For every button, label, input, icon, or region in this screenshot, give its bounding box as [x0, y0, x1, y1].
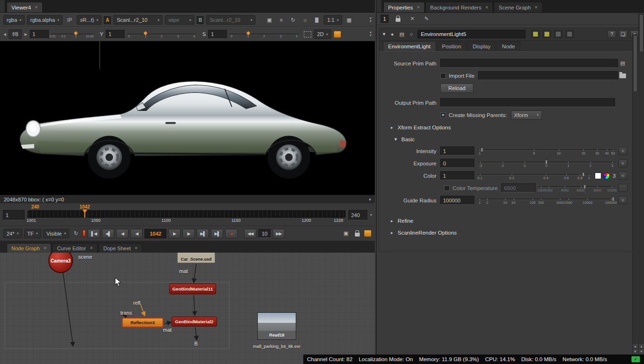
frame-range-end-input[interactable]: 240	[348, 210, 367, 220]
color-input[interactable]: 1	[440, 171, 474, 180]
color-wheel-icon[interactable]	[603, 173, 610, 179]
color-slider[interactable]: 0.10.20.40.60.81	[478, 171, 591, 181]
slider-handle[interactable]	[612, 197, 614, 201]
exposure-slider[interactable]: -3-2-10123	[478, 158, 615, 169]
visible-dropdown[interactable]: Visible ▾	[43, 229, 69, 238]
animation-curve-icon[interactable]: ≈	[618, 159, 627, 167]
group-scanline-options[interactable]: ▸ ScanlineRender Options	[387, 227, 627, 238]
tab-dope-sheet[interactable]: Dope Sheet ×	[99, 243, 143, 253]
frame-decrement-button[interactable]: ◀◀	[244, 229, 256, 238]
animation-curve-icon[interactable]: ≈	[618, 172, 627, 180]
float-panel-button[interactable]: ❏	[619, 30, 627, 38]
help-button[interactable]: ?	[608, 30, 616, 38]
grid-icon[interactable]: ▦	[345, 15, 354, 25]
group-basic[interactable]: ▼ Basic	[387, 133, 627, 145]
output-prim-path-input[interactable]	[440, 98, 615, 107]
source-prim-path-input[interactable]	[440, 59, 618, 68]
roi-icon[interactable]	[334, 31, 341, 38]
node-geobindmaterial11[interactable]: GeoBindMaterial11	[169, 283, 216, 294]
fps-dropdown[interactable]: 24* ▾	[3, 229, 22, 238]
presets-icon[interactable]	[565, 30, 574, 38]
tab-viewer4[interactable]: Viewer4 ×	[7, 2, 43, 12]
create-missing-parents-checkbox[interactable]: ✕	[440, 112, 446, 118]
clear-panels-icon[interactable]: ✕	[408, 14, 417, 24]
intensity-input[interactable]: 1	[440, 146, 474, 155]
close-icon[interactable]: ×	[135, 246, 137, 251]
import-sheet-icon[interactable]: ▤	[618, 59, 627, 68]
guide-radius-input[interactable]: 100000	[440, 196, 474, 205]
expand-triangle-icon[interactable]: ▸	[390, 218, 394, 223]
tab-position[interactable]: Position	[437, 41, 467, 51]
current-frame-field[interactable]: 1042	[145, 229, 166, 238]
group-refine[interactable]: ▸ Refine	[387, 215, 627, 227]
edit-pencil-icon[interactable]: ✎	[422, 14, 431, 24]
frame-range-start-input[interactable]: 1	[3, 210, 25, 220]
animation-curve-icon[interactable]: ≈	[618, 196, 627, 204]
render-export-icon[interactable]	[364, 230, 372, 237]
collapse-triangle-icon[interactable]: ▼	[393, 137, 398, 142]
color-swatch[interactable]	[595, 173, 601, 179]
flipbook-icon[interactable]: ▣	[341, 229, 351, 238]
node-read18[interactable]: Read18	[257, 312, 296, 340]
marquee-icon[interactable]	[304, 31, 311, 37]
scroll-up-icon[interactable]: ▲	[633, 343, 638, 348]
saturation-input[interactable]: 1	[208, 30, 227, 39]
max-panels-input[interactable]: 1	[381, 15, 389, 23]
step-back-button[interactable]: ◀	[116, 229, 128, 238]
node-geobindmaterial2[interactable]: GeoBindMaterial2	[172, 317, 217, 327]
viewer-lut-dropdown[interactable]: sR...t) ▾	[77, 15, 101, 25]
folder-icon[interactable]	[618, 71, 627, 81]
node-color-swatch-icon[interactable]: ●	[389, 29, 396, 39]
guide-radius-slider[interactable]: 1210201002001000200010000100000	[478, 195, 615, 206]
next-keyframe-button[interactable]: ▶▌	[197, 229, 209, 238]
frame-increment-button[interactable]: ▶▶	[272, 229, 285, 238]
scroll-down-icon[interactable]: ▼	[639, 348, 644, 354]
frame-step-input[interactable]: 10	[258, 229, 271, 238]
node-car-scene-usd[interactable]: Car_Scene.usd	[177, 253, 215, 263]
revert-icon[interactable]	[554, 30, 562, 38]
slider-handle[interactable]	[545, 160, 548, 164]
playhead-marker[interactable]	[82, 209, 87, 213]
close-icon[interactable]: ×	[417, 5, 419, 10]
input-process-toggle[interactable]: IP	[65, 15, 74, 25]
lock-panels-icon[interactable]	[393, 14, 403, 24]
tab-node[interactable]: Node	[497, 41, 520, 51]
node-graph-canvas[interactable]: Camera3 scene Car_Scene.usd mat GeoBindM…	[0, 253, 375, 364]
display-mode-icon[interactable]: ▣	[264, 15, 274, 25]
node-name-field[interactable]: EnvironmentLight5	[417, 30, 526, 38]
fstop-prev-icon[interactable]: ◀	[3, 32, 6, 36]
ruler-track[interactable]	[27, 210, 345, 218]
gain-input[interactable]: 1	[30, 30, 49, 39]
pane-drag-handle[interactable]	[0, 0, 5, 11]
bulb-icon[interactable]: ○	[408, 29, 415, 39]
close-icon[interactable]: ×	[35, 5, 37, 10]
lock-icon[interactable]	[353, 229, 362, 238]
sync-icon[interactable]: ↻	[71, 229, 81, 238]
pane-drag-handle[interactable]	[377, 0, 382, 12]
fstop-display[interactable]: f/8	[9, 29, 22, 39]
collapse-triangle-icon[interactable]: ▼	[382, 32, 386, 36]
import-file-input[interactable]	[478, 71, 618, 80]
properties-scrollbar[interactable]: ▲ ▼	[632, 34, 638, 354]
scroll-down-icon[interactable]: ▼	[633, 348, 638, 354]
view-mode-dropdown[interactable]: 2D ▾	[314, 29, 331, 39]
gamma-input[interactable]: 1	[106, 30, 125, 39]
expand-triangle-icon[interactable]: ▸	[390, 125, 394, 130]
go-to-end-button[interactable]: ▶▌	[211, 229, 223, 238]
timeline-options-button[interactable]: ▾	[370, 214, 372, 217]
wipe-mode-dropdown[interactable]: wipe ▾	[165, 15, 194, 25]
tab-environmentlight[interactable]: EnvironmentLight	[383, 41, 436, 51]
color-temperature-slider[interactable]: 1000200040006000800010000	[539, 183, 615, 193]
input-a-badge[interactable]: A	[104, 16, 111, 24]
gain-slider[interactable]: 0.010.1110.64	[51, 29, 93, 39]
zoom-level-dropdown[interactable]: 1:1 ▾	[324, 15, 342, 25]
fstop-next-icon[interactable]: ▶	[24, 32, 27, 36]
pane-scrollbar[interactable]: ▲ ▼	[638, 13, 644, 354]
close-icon[interactable]: ×	[535, 5, 537, 10]
close-icon[interactable]: ×	[44, 246, 46, 251]
tab-properties[interactable]: Properties ×	[383, 2, 425, 12]
alpha-channel-dropdown[interactable]: rgba.alpha ▾	[27, 15, 63, 25]
toolbar-overflow-button[interactable]: ▾ ▾	[370, 31, 372, 37]
slider-handle[interactable]	[481, 147, 483, 152]
viewer-viewport[interactable]	[0, 41, 375, 195]
